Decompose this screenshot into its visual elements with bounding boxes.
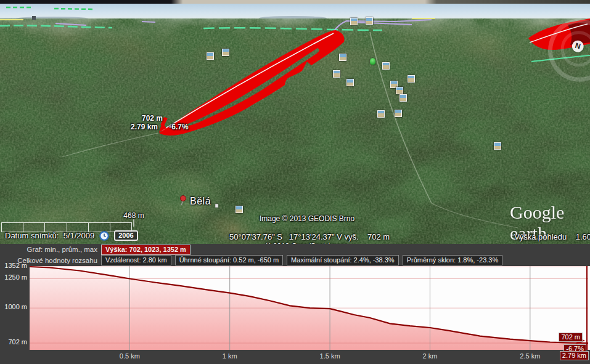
end-marker-elevation: 702 m bbox=[559, 333, 583, 342]
x-axis-tick-label: 1 km bbox=[211, 352, 248, 360]
track-grade-label: -6.7% bbox=[165, 123, 192, 131]
photo-marker-icon[interactable] bbox=[395, 110, 402, 117]
x-axis-tick-label: 2 km bbox=[411, 352, 448, 360]
building-icon bbox=[215, 204, 218, 208]
y-axis-tick-label: 1250 m bbox=[0, 273, 27, 281]
x-axis-tick-label: 1.5 km bbox=[311, 352, 348, 360]
forest-road bbox=[370, 32, 432, 203]
road-line-purple bbox=[55, 22, 412, 25]
x-axis-tick-label: 0.5 km bbox=[111, 352, 148, 360]
photo-marker-icon[interactable] bbox=[366, 17, 373, 25]
stat-distance: Vzdálenost: 2.80 km bbox=[101, 255, 171, 265]
elevation-chart[interactable]: 1352 m1250 m1000 m702 m 702 m -6.7% bbox=[0, 266, 590, 350]
photo-marker-icon[interactable] bbox=[382, 62, 390, 70]
chart-x-axis: 2.79 km 0.5 km1 km1.5 km2 km2.5 km bbox=[0, 350, 590, 364]
height-summary-box: Výška: 702, 1023, 1352 m bbox=[101, 245, 191, 255]
place-label: Bělá bbox=[190, 196, 211, 207]
photo-marker-icon[interactable] bbox=[377, 110, 385, 118]
profile-legend-row: Graf: min., prům., max Výška: 702, 1023,… bbox=[0, 245, 194, 254]
imagery-date-label: Datum snímků: 5/1/2009 bbox=[5, 231, 94, 240]
photo-marker-icon[interactable] bbox=[399, 94, 407, 102]
photo-marker-icon[interactable] bbox=[207, 52, 214, 60]
elevation-profile-panel: Graf: min., prům., max Výška: 702, 1023,… bbox=[0, 244, 590, 364]
forest-road bbox=[62, 133, 158, 157]
place-pin-icon[interactable] bbox=[181, 196, 186, 201]
end-marker-distance: 2.79 km bbox=[560, 351, 589, 360]
imagery-date-group: Datum snímků: 5/1/2009 2006 bbox=[5, 230, 138, 241]
status-eye-altitude: Výška pohledu 1.60 k bbox=[514, 232, 590, 241]
stat-avg-slope: Průměrný sklon: 1.8%, -23.3% bbox=[403, 255, 503, 265]
graph-legend-label: Graf: min., prům., max bbox=[0, 246, 97, 253]
x-axis-tick-label: 2.5 km bbox=[512, 352, 549, 360]
photo-marker-icon[interactable] bbox=[346, 79, 354, 86]
track-distance-label: 2.79 km bbox=[128, 123, 160, 131]
track-elevation-label: 702 m bbox=[139, 114, 166, 123]
forest-road bbox=[432, 203, 518, 228]
border-line-green bbox=[54, 9, 94, 9]
photo-marker-icon[interactable] bbox=[396, 87, 403, 94]
photo-marker-icon[interactable] bbox=[222, 49, 229, 56]
photo-marker-icon[interactable] bbox=[333, 70, 340, 78]
status-coordinates: 50°07'37.76" S 17°13'24.37" V vyš. 702 m bbox=[229, 232, 390, 241]
historical-imagery-clock-icon[interactable] bbox=[99, 231, 109, 241]
stat-cumulative-ascent: Úhrnné stoupání: 0.52 m, -650 m bbox=[175, 255, 283, 265]
track-line-teal bbox=[203, 28, 382, 30]
photo-marker-icon[interactable] bbox=[408, 75, 415, 83]
y-axis-tick-label: 1352 m bbox=[0, 262, 27, 269]
photo-marker-icon[interactable] bbox=[236, 206, 243, 213]
horizon-structure bbox=[32, 16, 36, 20]
google-earth-window: N 702 m 2.79 km -6.7% Bělá 468 m Image ©… bbox=[0, 0, 590, 364]
map-3d-view[interactable]: N 702 m 2.79 km -6.7% Bělá 468 m Image ©… bbox=[0, 0, 590, 244]
track-line-teal bbox=[0, 25, 112, 28]
pin-stem bbox=[181, 201, 183, 205]
time-slider-year-badge[interactable]: 2006 bbox=[114, 230, 137, 241]
copyright-line: Image © 2013 GEODIS Brno bbox=[252, 214, 363, 224]
photo-marker-icon[interactable] bbox=[494, 142, 501, 150]
chart-plot[interactable] bbox=[0, 266, 590, 350]
y-axis-tick-label: 1000 m bbox=[0, 303, 27, 310]
tree-marker-icon[interactable] bbox=[370, 58, 375, 65]
scale-marker-label: 468 m bbox=[120, 211, 147, 220]
gps-track-band[interactable] bbox=[159, 30, 344, 135]
stat-max-slope: Maximální stoupání: 2.4%, -38.3% bbox=[287, 255, 399, 265]
y-axis-tick-label: 702 m bbox=[0, 338, 27, 346]
photo-marker-icon[interactable] bbox=[350, 18, 358, 25]
profile-totals-row: Celkové hodnoty rozsahu Vzdálenost: 2.80… bbox=[0, 255, 506, 265]
photo-marker-icon[interactable] bbox=[339, 54, 346, 61]
